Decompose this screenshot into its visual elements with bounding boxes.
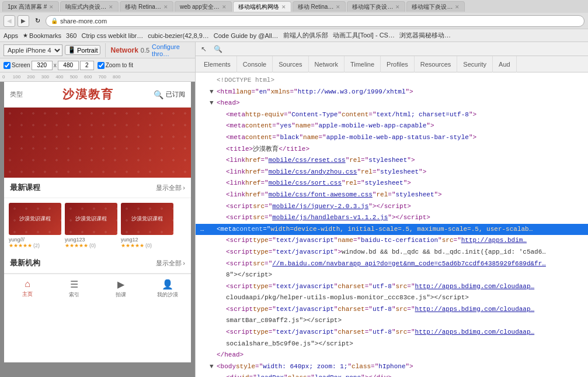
- tab-mobile3[interactable]: 移动端下炎设… ✕: [406, 1, 465, 12]
- tree-link-fontawesome[interactable]: <link href =" mobile/css/font-awesome.cs…: [196, 189, 588, 201]
- tree-link-sort[interactable]: <link href =" mobile/css/sort.css " rel …: [196, 178, 588, 189]
- nav-shoot[interactable]: ▶ 拍课: [98, 274, 144, 303]
- screen-width-input[interactable]: [32, 61, 53, 70]
- zoom-checkbox[interactable]: [98, 62, 105, 69]
- tab-mobile-close[interactable]: ✕: [281, 4, 286, 10]
- nav-home[interactable]: ⌂ 主页: [4, 274, 51, 303]
- throttle-value: 0.5: [141, 47, 149, 54]
- bookmark-bookmarks[interactable]: ★ Bookmarks: [23, 32, 61, 39]
- bookmark-frontend[interactable]: 前端人的俱乐部: [283, 31, 328, 40]
- tab-mobile3-close[interactable]: ✕: [455, 4, 460, 10]
- course-item-1[interactable]: 沙漠觉识课程 yung/// ★★★★★ (2): [9, 203, 61, 248]
- cursor-tool[interactable]: ↖: [198, 43, 210, 55]
- tree-meta-capable[interactable]: <meta content =" yes " name =" apple-mob…: [196, 120, 588, 132]
- x-separator: x: [54, 62, 57, 68]
- show-all-courses[interactable]: 显示全部 ›: [156, 184, 185, 192]
- tab-sources[interactable]: Sources: [273, 56, 308, 72]
- orientation-button[interactable]: 📱 Portrait: [65, 45, 100, 55]
- tab-responsive[interactable]: 响应式内炎设… ✕: [60, 1, 119, 12]
- device-select[interactable]: Apple iPhone 4: [4, 44, 62, 56]
- tree-script-cloudaapi1[interactable]: <script type =" text/javascript " charse…: [196, 281, 588, 293]
- tree-cloudaapi-pkg[interactable]: cloudaapi/pkg/helper-utils-moplus-monito…: [196, 292, 588, 304]
- tree-line-html[interactable]: ▼ <html lang =" en " xmlns =" http://www…: [196, 87, 588, 98]
- tab-mobile2-close[interactable]: ✕: [395, 4, 400, 10]
- tab-elements[interactable]: Elements: [198, 56, 237, 72]
- reload-button[interactable]: ↻: [32, 15, 43, 27]
- tree-script-cloudaapi2[interactable]: <script type =" text/javascript " charse…: [196, 304, 588, 316]
- tab-mobile2[interactable]: 移动端下炎设… ✕: [347, 1, 405, 12]
- tree-script-cloudaapi3[interactable]: <script type =" text/javascript " charse…: [196, 327, 588, 338]
- tree-script-jquery[interactable]: <script src =" mobile/js/jquery-2.0.3.js…: [196, 201, 588, 213]
- html-q1: ": [267, 87, 271, 98]
- bookmark-browser[interactable]: 浏览器揭秘移动…: [399, 31, 451, 40]
- course-item-2[interactable]: 沙漠觉识课程 yung123 ★★★★★ (0): [65, 203, 117, 248]
- tab-profiles[interactable]: Profiles: [381, 56, 415, 72]
- mobile-bottom-nav: ⌂ 主页 ☰ 索引 ▶ 拍课 👤 我的沙漠: [4, 274, 191, 303]
- tree-socialshare[interactable]: socialshare_b5c9f0e.js"></script>: [196, 338, 588, 350]
- tab-retina1-close[interactable]: ✕: [163, 4, 168, 10]
- tab-timeline[interactable]: Timeline: [345, 56, 381, 72]
- tab-responsive-close[interactable]: ✕: [109, 4, 113, 10]
- html-lang-val: en: [259, 87, 267, 98]
- html-tree: <!DOCTYPE html> ▼ <html lang =" en " xml…: [196, 72, 588, 377]
- pixel-ratio-input[interactable]: [80, 61, 94, 70]
- tree-body[interactable]: ▼ <body style =" width: 640px; zoom: 1; …: [196, 361, 588, 373]
- show-all-orgs[interactable]: 显示全部 ›: [156, 259, 185, 268]
- tab-retina2[interactable]: 移动 Retina… ✕: [293, 1, 346, 12]
- forward-button[interactable]: ▶: [18, 15, 29, 27]
- back-button[interactable]: ◀: [4, 15, 15, 27]
- tree-smartbar[interactable]: smartBar_c89aff2.js"></script>: [196, 315, 588, 327]
- device-settings-bar: Screen x Zoom to fit: [0, 58, 195, 72]
- configure-throttle-link[interactable]: Configure thro…: [152, 43, 192, 57]
- screen-checkbox[interactable]: [4, 62, 11, 69]
- tab-aud[interactable]: Aud: [493, 56, 517, 72]
- nav-index[interactable]: ☰ 索引: [51, 274, 98, 303]
- tree-script-qdc-init[interactable]: <script type =" text/javascript "> windo…: [196, 247, 588, 258]
- tab-1px[interactable]: 1px 高清屏幕 # ✕: [2, 1, 59, 12]
- bookmark-codeguide[interactable]: Code Guide by @All…: [214, 32, 279, 39]
- tab-resources[interactable]: Resources: [415, 56, 458, 72]
- magnify-tool[interactable]: 🔍: [212, 43, 224, 55]
- nav-profile[interactable]: 👤 我的沙漠: [144, 274, 191, 303]
- orientation-label: Portrait: [77, 47, 98, 54]
- bookmark-360[interactable]: 360: [66, 32, 76, 39]
- mobile-search-icon[interactable]: 🔍: [154, 90, 163, 99]
- screen-height-input[interactable]: [58, 61, 79, 70]
- meta-tag1: <meta: [226, 110, 245, 120]
- html-xmlns-val: http://www.w3.org/1999/xhtml: [298, 87, 406, 98]
- mobile-subscribed[interactable]: 已订阅: [166, 90, 185, 99]
- tree-meta-content-type[interactable]: <meta http-equiv =" Content-Type " conte…: [196, 109, 588, 121]
- toggle-1: ▼: [210, 87, 217, 98]
- tab-mobile[interactable]: 移动端机构网络 ✕: [233, 1, 291, 12]
- tree-script-navbarapp[interactable]: <script src =" //m.baidu.com/navbarapp a…: [196, 258, 588, 270]
- tree-line-head[interactable]: ▼ <head>: [196, 98, 588, 109]
- tree-script-baidu-cert[interactable]: <script type =" text/javascript " name =…: [196, 235, 588, 247]
- bookmark-bezier[interactable]: cubic-bezier(42,8,9…: [148, 32, 209, 39]
- tree-line-doctype[interactable]: <!DOCTYPE html>: [196, 75, 588, 87]
- tree-head-close[interactable]: </head>: [196, 350, 588, 361]
- tab-retina1[interactable]: 移动 Retina… ✕: [120, 1, 173, 12]
- tab-retina2-close[interactable]: ✕: [336, 4, 340, 10]
- tab-responsive-label: 响应式内炎设…: [65, 3, 106, 11]
- tab-security[interactable]: Security: [457, 56, 493, 72]
- tab-network[interactable]: Network: [309, 56, 345, 72]
- bookmark-ctrip[interactable]: Ctrip css webkit libr…: [81, 32, 143, 39]
- tree-script-handlebars[interactable]: <script src =" mobile/js/handlebars-v1.1…: [196, 212, 588, 224]
- tree-title[interactable]: <title> 沙漠教育 </title>: [196, 144, 588, 155]
- address-bar[interactable]: 🔒 share-more.com: [46, 15, 584, 27]
- course-item-3[interactable]: 沙漠觉识课程 yung12 ★★★★★ (0): [121, 203, 173, 248]
- tree-meta-viewport[interactable]: … <meta content =" width=device-width, i…: [196, 224, 588, 236]
- tab-webapp-close[interactable]: ✕: [222, 4, 227, 10]
- tree-link-andyzhou[interactable]: <link href =" mobile/css/andyzhou.css " …: [196, 167, 588, 178]
- bookmark-animation-label: 动画工具[Tool] - CS…: [333, 31, 395, 40]
- tree-8-script[interactable]: 8"></script>: [196, 269, 588, 281]
- tree-meta-statusbar[interactable]: <meta content =" black " name =" apple-m…: [196, 132, 588, 144]
- tree-loadbox[interactable]: <div id =" loadBox " class =" loadBox no…: [196, 372, 588, 377]
- bookmark-animation[interactable]: 动画工具[Tool] - CS…: [333, 31, 395, 40]
- course-thumb-2: 沙漠觉识课程: [65, 203, 117, 235]
- bookmark-apps[interactable]: Apps: [4, 32, 18, 39]
- tab-1px-close[interactable]: ✕: [49, 4, 54, 10]
- tree-link-reset[interactable]: <link href =" mobile/css/reset.css " rel…: [196, 155, 588, 167]
- tab-console[interactable]: Console: [237, 56, 273, 72]
- tab-webapp[interactable]: web app安全… ✕: [175, 1, 232, 12]
